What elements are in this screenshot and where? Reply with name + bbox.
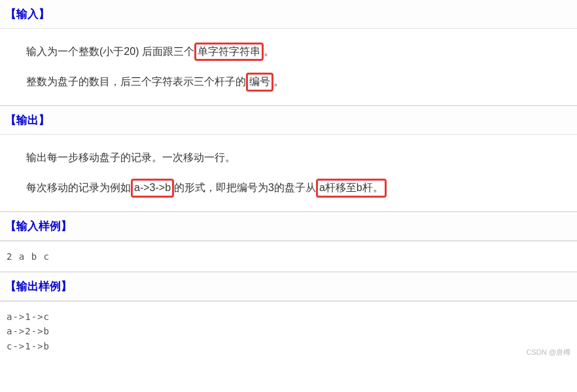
watermark: CSDN @唐樽 (527, 347, 570, 357)
section-header-output: 【输出】 (0, 105, 577, 135)
section-header-input-sample: 【输入样例】 (0, 211, 577, 241)
text: 输入为一个整数(小于20) 后面跟三个 (26, 46, 194, 57)
input-paragraph-1: 输入为一个整数(小于20) 后面跟三个单字符字符串。 (26, 42, 551, 62)
highlight-box: a->3->b (131, 179, 174, 197)
highlight-box: 编号 (246, 73, 273, 91)
output-paragraph-1: 输出每一步移动盘子的记录。一次移动一行。 (26, 148, 551, 168)
text: 。 (273, 76, 284, 87)
output-paragraph-2: 每次移动的记录为例如 a->3->b 的形式，即把编号为3的盘子从a杆移至b杆。 (26, 178, 551, 198)
section-header-input: 【输入】 (0, 0, 577, 29)
section-content-input: 输入为一个整数(小于20) 后面跟三个单字符字符串。 整数为盘子的数目，后三个字… (0, 29, 577, 105)
section-content-output: 输出每一步移动盘子的记录。一次移动一行。 每次移动的记录为例如 a->3->b … (0, 135, 577, 211)
text: 。 (264, 46, 274, 57)
input-paragraph-2: 整数为盘子的数目，后三个字符表示三个杆子的编号。 (26, 72, 551, 92)
input-sample-code: 2 a b c (0, 241, 577, 272)
text: 整数为盘子的数目，后三个字符表示三个杆子的 (26, 76, 246, 87)
section-header-output-sample: 【输出样例】 (0, 272, 577, 301)
highlight-box: a杆移至b杆。 (316, 179, 387, 197)
highlight-box: 单字符字符串 (194, 43, 264, 61)
output-sample-code: a->1->c a->2->b c->1->b (0, 301, 577, 361)
text: 每次移动的记录为例如 (26, 182, 131, 193)
text: 的形式，即把编号为3的盘子从 (174, 182, 316, 193)
